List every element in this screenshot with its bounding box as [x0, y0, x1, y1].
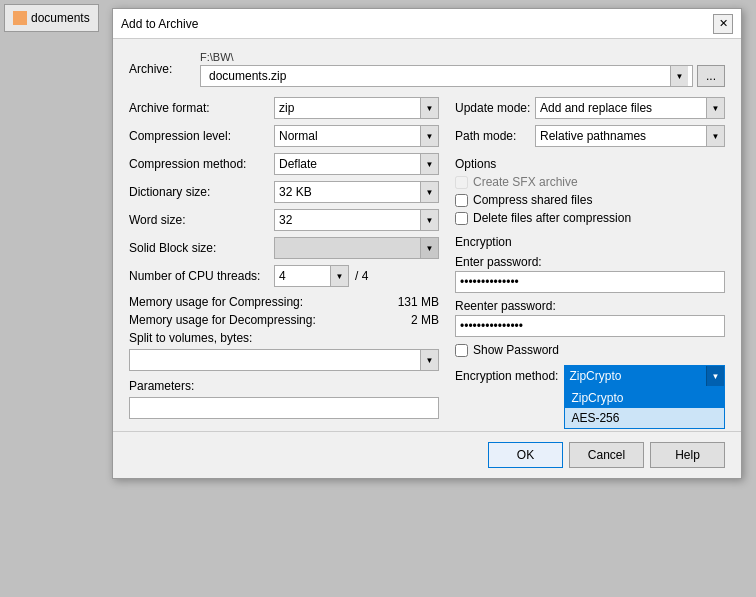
compression-level-row: Compression level: Normal ▼	[129, 125, 439, 147]
close-button[interactable]: ✕	[713, 14, 733, 34]
dropdown-item-aes256[interactable]: AES-256	[565, 408, 724, 428]
split-volumes-label: Split to volumes, bytes:	[129, 331, 439, 345]
left-column: Archive format: zip ▼ Compression level:…	[129, 97, 439, 419]
split-volumes-control[interactable]: ▼	[129, 349, 439, 371]
word-size-value: 32	[275, 213, 420, 227]
path-row: documents.zip ▼ ...	[200, 65, 725, 87]
path-mode-value: Relative pathnames	[536, 129, 706, 143]
compression-level-control[interactable]: Normal ▼	[274, 125, 439, 147]
mem-decompress-label: Memory usage for Decompressing:	[129, 313, 411, 327]
word-size-control[interactable]: 32 ▼	[274, 209, 439, 231]
show-password-label: Show Password	[473, 343, 559, 357]
archive-path-sub: F:\BW\	[200, 51, 725, 63]
enc-method-arrow-icon: ▼	[706, 366, 724, 386]
taskbar-label: documents	[31, 11, 90, 25]
solid-block-row: Solid Block size: ▼	[129, 237, 439, 259]
reenter-password-label: Reenter password:	[455, 299, 725, 313]
add-to-archive-dialog: Add to Archive ✕ Archive: F:\BW\ documen…	[112, 8, 742, 479]
dictionary-size-control[interactable]: 32 KB ▼	[274, 181, 439, 203]
mem-decompress-row: Memory usage for Decompressing: 2 MB	[129, 313, 439, 327]
update-mode-arrow: ▼	[706, 98, 724, 118]
enc-method-dropdown: ZipCrypto AES-256	[564, 387, 725, 429]
folder-icon	[13, 11, 27, 25]
two-col-layout: Archive format: zip ▼ Compression level:…	[129, 97, 725, 419]
enc-method-label: Encryption method:	[455, 369, 558, 383]
archive-label: Archive:	[129, 62, 194, 76]
enc-method-row: Encryption method: ZipCrypto ▼ ZipCrypto…	[455, 365, 725, 387]
compression-level-arrow: ▼	[420, 126, 438, 146]
archive-path-row: Archive: F:\BW\ documents.zip ▼ ...	[129, 51, 725, 87]
reenter-password-input[interactable]	[455, 315, 725, 337]
enc-method-select[interactable]: ZipCrypto ▼	[564, 365, 725, 387]
dictionary-size-value: 32 KB	[275, 185, 420, 199]
mem-compress-label: Memory usage for Compressing:	[129, 295, 398, 309]
path-mode-control[interactable]: Relative pathnames ▼	[535, 125, 725, 147]
encryption-title: Encryption	[455, 235, 725, 249]
solid-block-arrow: ▼	[420, 238, 438, 258]
update-mode-value: Add and replace files	[536, 101, 706, 115]
path-mode-label: Path mode:	[455, 129, 535, 143]
archive-filename-text: documents.zip	[205, 69, 670, 83]
archive-format-control[interactable]: zip ▼	[274, 97, 439, 119]
compression-method-value: Deflate	[275, 157, 420, 171]
show-password-row: Show Password	[455, 343, 725, 357]
split-volumes-arrow: ▼	[420, 350, 438, 370]
enter-password-label: Enter password:	[455, 255, 725, 269]
compression-method-label: Compression method:	[129, 157, 274, 171]
create-sfx-label: Create SFX archive	[473, 175, 578, 189]
help-button[interactable]: Help	[650, 442, 725, 468]
word-size-row: Word size: 32 ▼	[129, 209, 439, 231]
dropdown-item-zipcrypto[interactable]: ZipCrypto	[565, 388, 724, 408]
compression-level-label: Compression level:	[129, 129, 274, 143]
enter-password-input[interactable]	[455, 271, 725, 293]
archive-format-arrow: ▼	[420, 98, 438, 118]
params-input[interactable]	[129, 397, 439, 419]
cpu-threads-arrow: ▼	[330, 266, 348, 286]
options-title: Options	[455, 157, 725, 171]
create-sfx-checkbox	[455, 176, 468, 189]
mem-compress-row: Memory usage for Compressing: 131 MB	[129, 295, 439, 309]
dictionary-size-arrow: ▼	[420, 182, 438, 202]
archive-format-value: zip	[275, 101, 420, 115]
dialog-footer: OK Cancel Help	[113, 431, 741, 478]
dictionary-size-label: Dictionary size:	[129, 185, 274, 199]
cpu-max-label: / 4	[355, 269, 368, 283]
archive-format-label: Archive format:	[129, 101, 274, 115]
update-mode-control[interactable]: Add and replace files ▼	[535, 97, 725, 119]
compression-method-control[interactable]: Deflate ▼	[274, 153, 439, 175]
cpu-threads-value: 4	[275, 269, 330, 283]
options-section: Options Create SFX archive Compress shar…	[455, 157, 725, 225]
create-sfx-row: Create SFX archive	[455, 175, 725, 189]
split-volumes-row: Split to volumes, bytes: ▼	[129, 331, 439, 371]
params-label: Parameters:	[129, 379, 439, 393]
cancel-button[interactable]: Cancel	[569, 442, 644, 468]
update-mode-row: Update mode: Add and replace files ▼	[455, 97, 725, 119]
browse-button[interactable]: ...	[697, 65, 725, 87]
delete-files-label: Delete files after compression	[473, 211, 631, 225]
solid-block-control: ▼	[274, 237, 439, 259]
cpu-threads-label: Number of CPU threads:	[129, 269, 274, 283]
taskbar-documents[interactable]: documents	[4, 4, 99, 32]
mem-compress-value: 131 MB	[398, 295, 439, 309]
delete-files-checkbox[interactable]	[455, 212, 468, 225]
show-password-checkbox[interactable]	[455, 344, 468, 357]
archive-format-row: Archive format: zip ▼	[129, 97, 439, 119]
combo-arrow-icon: ▼	[670, 66, 688, 86]
compress-shared-checkbox[interactable]	[455, 194, 468, 207]
compress-shared-label: Compress shared files	[473, 193, 592, 207]
dialog-title: Add to Archive	[121, 17, 198, 31]
update-mode-label: Update mode:	[455, 101, 535, 115]
ok-button[interactable]: OK	[488, 442, 563, 468]
cpu-threads-control[interactable]: 4 ▼	[274, 265, 349, 287]
archive-filename-combo[interactable]: documents.zip ▼	[200, 65, 693, 87]
dictionary-size-row: Dictionary size: 32 KB ▼	[129, 181, 439, 203]
compress-shared-row: Compress shared files	[455, 193, 725, 207]
delete-files-row: Delete files after compression	[455, 211, 725, 225]
word-size-label: Word size:	[129, 213, 274, 227]
right-column: Update mode: Add and replace files ▼ Pat…	[455, 97, 725, 419]
params-section: Parameters:	[129, 379, 439, 419]
dialog-titlebar: Add to Archive ✕	[113, 9, 741, 39]
mem-decompress-value: 2 MB	[411, 313, 439, 327]
enc-method-text: ZipCrypto	[565, 369, 706, 383]
path-mode-row: Path mode: Relative pathnames ▼	[455, 125, 725, 147]
